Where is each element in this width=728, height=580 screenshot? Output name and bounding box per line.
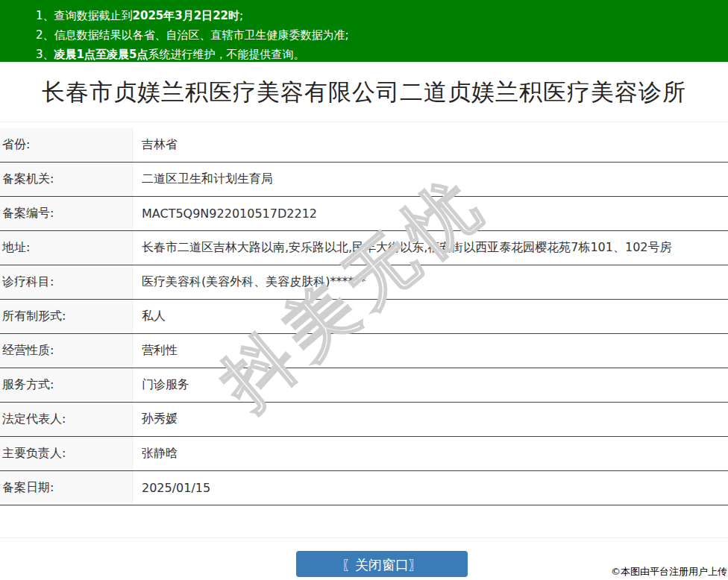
table-row-address: 地址: 长春市二道区吉林大路以南,安乐路以北,民丰大街以东,福安街以西亚泰花园樱…	[0, 231, 728, 265]
table-row-province: 省份: 吉林省	[0, 128, 728, 163]
row-value: 2025/01/15	[133, 471, 728, 505]
row-label: 备案日期:	[0, 471, 133, 505]
table-row-legal-representative: 法定代表人: 孙秀媛	[0, 403, 728, 437]
row-label: 主要负责人:	[0, 437, 133, 470]
row-value: 孙秀媛	[133, 403, 728, 436]
row-label: 省份:	[0, 128, 133, 162]
row-label: 经营性质:	[0, 334, 133, 368]
notice-text: 信息数据结果以各省、自治区、直辖市卫生健康委数据为准;	[54, 28, 349, 42]
notice-number: 1、	[36, 9, 54, 22]
row-value: 营利性	[133, 334, 728, 368]
row-value: MACT5Q9N922010517D2212	[133, 197, 728, 230]
notice-number: 2、	[36, 28, 54, 42]
table-row-filing-number: 备案编号: MACT5Q9N922010517D2212	[0, 197, 728, 231]
notice-line-1: 1、查询数据截止到2025年3月2日22时;	[36, 6, 713, 25]
row-label: 地址:	[0, 231, 133, 265]
notice-text: 查询数据截止到	[54, 9, 133, 22]
table-row-service-mode: 服务方式: 门诊服务	[0, 368, 728, 403]
table-row-filing-date: 备案日期: 2025/01/15	[0, 471, 728, 505]
row-value: 私人	[133, 300, 728, 333]
notice-number: 3、	[36, 48, 54, 61]
row-label: 备案机关:	[0, 163, 133, 196]
notice-banner: 1、查询数据截止到2025年3月2日22时; 2、信息数据结果以各省、自治区、直…	[0, 0, 728, 62]
row-value: 二道区卫生和计划生育局	[133, 163, 728, 196]
row-label: 法定代表人:	[0, 403, 133, 436]
notice-text-bold: 2025年3月2日22时	[133, 9, 240, 22]
close-window-button[interactable]: 〖关闭窗口〗	[296, 551, 468, 577]
registration-info-table: 省份: 吉林省 备案机关: 二道区卫生和计划生育局 备案编号: MACT5Q9N…	[0, 128, 728, 505]
table-row-filing-authority: 备案机关: 二道区卫生和计划生育局	[0, 163, 728, 197]
row-value: 长春市二道区吉林大路以南,安乐路以北,民丰大街以东,福安街以西亚泰花园樱花苑7栋…	[133, 231, 728, 265]
notice-line-2: 2、信息数据结果以各省、自治区、直辖市卫生健康委数据为准;	[36, 25, 713, 45]
row-value: 医疗美容科(美容外科、美容皮肤科)******	[133, 265, 728, 299]
table-row-medical-subjects: 诊疗科目: 医疗美容科(美容外科、美容皮肤科)******	[0, 265, 728, 300]
row-label: 所有制形式:	[0, 300, 133, 333]
row-label: 诊疗科目:	[0, 265, 133, 299]
row-value: 张静晗	[133, 437, 728, 470]
row-value: 门诊服务	[133, 368, 728, 402]
copyright-note: ©本图由平台注册用户上传	[611, 565, 727, 579]
row-label: 服务方式:	[0, 368, 133, 402]
row-label: 备案编号:	[0, 197, 133, 230]
table-row-main-person-in-charge: 主要负责人: 张静晗	[0, 437, 728, 471]
notice-text: 系统进行维护，不能提供查询。	[148, 48, 304, 61]
row-value: 吉林省	[133, 128, 728, 162]
notice-text: ;	[239, 9, 243, 22]
table-row-ownership-type: 所有制形式: 私人	[0, 300, 728, 334]
table-row-business-nature: 经营性质: 营利性	[0, 334, 728, 368]
page-title: 长春市贞媄兰积医疗美容有限公司二道贞媄兰积医疗美容诊所	[0, 62, 728, 122]
notice-text-bold: 凌晨1点至凌晨5点	[54, 48, 148, 61]
